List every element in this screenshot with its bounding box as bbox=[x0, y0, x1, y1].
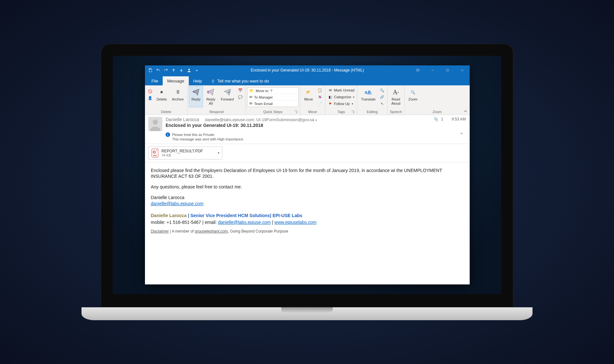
archive-label: Archive bbox=[172, 97, 184, 101]
reply-all-button[interactable]: Reply All bbox=[204, 86, 218, 107]
ignore-button[interactable]: 🚫 bbox=[146, 88, 154, 94]
attachment-chip[interactable]: PDF REPORT_RESULT.PDF 74 KB ▾ bbox=[148, 147, 222, 159]
svg-point-5 bbox=[153, 120, 158, 125]
follow-up-button[interactable]: ⚑Follow Up▾ bbox=[327, 101, 356, 107]
read-aloud-button[interactable]: A» Read Aloud bbox=[389, 86, 403, 107]
find-button[interactable]: 🔍 bbox=[379, 87, 386, 93]
meeting-button[interactable]: 📅 bbox=[237, 87, 244, 93]
window-title: Enclosed in your Generated UI-19: 30.11.… bbox=[251, 68, 364, 72]
translate-button[interactable]: aあ Translate bbox=[359, 86, 378, 107]
related-button[interactable]: 🔗 bbox=[379, 94, 386, 100]
svg-point-4 bbox=[212, 80, 214, 81]
reply-icon bbox=[191, 88, 200, 97]
redo-icon[interactable] bbox=[162, 67, 169, 74]
desktop-wallpaper: Enclosed in your Generated UI-19: 30.11.… bbox=[113, 56, 501, 294]
categorize-button[interactable]: ◧Categorize▾ bbox=[327, 94, 356, 100]
tab-message[interactable]: Message bbox=[163, 76, 189, 85]
qs-team-email[interactable]: ✉Team Email bbox=[247, 101, 298, 107]
dialog-launcher-icon[interactable] bbox=[351, 110, 354, 114]
signature-bold-name: Danielle Larocca bbox=[151, 213, 187, 218]
archive-icon: 🗄 bbox=[173, 88, 182, 97]
related-icon: 🔗 bbox=[380, 95, 385, 100]
minimize-button[interactable] bbox=[425, 65, 440, 75]
folder-move-icon: 📁 bbox=[249, 89, 254, 93]
body-paragraph: Enclosed please find the Employers Decla… bbox=[151, 168, 464, 180]
groupelephant-link[interactable]: groupelephant.com, bbox=[195, 229, 229, 234]
group-move: 📂 Move 📋 N 📄 Move bbox=[300, 85, 325, 115]
down-arrow-icon[interactable] bbox=[178, 67, 185, 74]
group-label-respond: Respond bbox=[189, 110, 244, 115]
collapse-ribbon-icon[interactable] bbox=[463, 109, 468, 113]
body-paragraph: Any questions, please feel free to conta… bbox=[151, 184, 464, 190]
meeting-icon: 📅 bbox=[238, 88, 243, 93]
mail-check-icon: ✉ bbox=[249, 95, 252, 99]
qs-move-to[interactable]: 📁Move to: ? bbox=[247, 88, 298, 94]
delete-button[interactable]: ✖ Delete bbox=[154, 86, 169, 107]
tell-me-search[interactable]: Tell me what you want to do bbox=[206, 79, 273, 85]
move-label: Move bbox=[304, 97, 313, 101]
group-editing: aあ Translate 🔍 🔗 ↖ Editing bbox=[357, 85, 387, 115]
rules-icon: 📋 bbox=[318, 88, 322, 93]
more-respond-button[interactable]: 💬 bbox=[237, 94, 244, 100]
undo-icon[interactable] bbox=[155, 67, 162, 74]
tab-help[interactable]: Help bbox=[189, 76, 206, 85]
archive-button[interactable]: 🗄 Archive bbox=[170, 86, 186, 107]
svg-text:PDF: PDF bbox=[153, 155, 157, 157]
received-time: 9:53 AM bbox=[452, 117, 466, 121]
up-arrow-icon[interactable] bbox=[170, 67, 177, 74]
subject: Enclosed in your Generated UI-19: 30.11.… bbox=[166, 123, 430, 128]
more-icon: 💬 bbox=[238, 95, 243, 100]
dialog-launcher-icon[interactable] bbox=[294, 110, 297, 114]
forward-icon bbox=[223, 88, 232, 97]
junk-icon: 👤 bbox=[148, 96, 152, 101]
maximize-button[interactable] bbox=[440, 65, 455, 75]
disclaimer-link[interactable]: Disclaimer bbox=[151, 229, 169, 234]
signature-website-link[interactable]: www.epiuselabs.com bbox=[274, 220, 317, 225]
group-label-tags: Tags bbox=[327, 110, 356, 115]
rules-button[interactable]: 📋 bbox=[316, 87, 324, 93]
reply-button[interactable]: Reply bbox=[189, 86, 203, 107]
zoom-icon: 🔍 bbox=[408, 88, 417, 97]
select-button[interactable]: ↖ bbox=[379, 101, 386, 107]
expand-header-button[interactable] bbox=[459, 131, 466, 137]
move-button[interactable]: 📂 Move bbox=[302, 86, 316, 107]
close-button[interactable] bbox=[455, 65, 470, 75]
mail-icon: ✉ bbox=[249, 101, 252, 106]
junk-button[interactable]: 👤 bbox=[146, 95, 154, 101]
group-tags: ✉Mark Unread ◧Categorize▾ ⚑Follow Up▾ Ta… bbox=[325, 85, 358, 115]
onenote-icon: N bbox=[318, 95, 322, 100]
save-icon[interactable] bbox=[147, 67, 154, 74]
signature-email-link[interactable]: danielle@labs.epiuse.com bbox=[218, 220, 271, 225]
group-delete: 🚫 👤 ✖ Delete 🗄 Archive bbox=[145, 85, 187, 115]
chevron-down-icon[interactable]: ▾ bbox=[315, 119, 317, 122]
person-icon[interactable] bbox=[186, 67, 193, 74]
onenote-button[interactable]: N bbox=[316, 94, 324, 100]
signature-mobile: mobile: +1 516-851-5467 | email: bbox=[151, 220, 218, 225]
tab-file[interactable]: File bbox=[147, 76, 163, 85]
ribbon-display-options-icon[interactable] bbox=[410, 65, 425, 75]
titlebar: Enclosed in your Generated UI-19: 30.11.… bbox=[145, 65, 470, 75]
group-quick-steps: 📁Move to: ? ✉To Manager ✉Team Email Quic… bbox=[246, 85, 300, 115]
quick-steps-gallery[interactable]: 📁Move to: ? ✉To Manager ✉Team Email bbox=[247, 87, 299, 107]
mark-unread-button[interactable]: ✉Mark Unread bbox=[327, 87, 356, 93]
chevron-down-icon: ▾ bbox=[352, 102, 353, 105]
group-label-editing: Editing bbox=[359, 110, 386, 115]
message-body: Enclosed please find the Employers Decla… bbox=[145, 162, 470, 284]
signature-email-link[interactable]: danielle@labs.epiuse.com bbox=[151, 201, 204, 206]
zoom-button[interactable]: 🔍 Zoom bbox=[406, 86, 420, 107]
attachment-name: REPORT_RESULT.PDF bbox=[161, 149, 203, 153]
paperclip-icon: 📎 bbox=[434, 117, 438, 121]
delete-icon: ✖ bbox=[157, 88, 166, 97]
ignore-icon: 🚫 bbox=[148, 89, 152, 94]
svg-rect-0 bbox=[150, 69, 151, 70]
qs-to-manager[interactable]: ✉To Manager bbox=[247, 94, 298, 101]
privacy-note: Please treat this as Private. bbox=[172, 132, 244, 137]
group-label-move: Move bbox=[302, 110, 324, 115]
recipients: danielle@labs.epiuse.com; UI-19FormSubmi… bbox=[205, 117, 317, 122]
window-controls bbox=[410, 65, 470, 75]
attachment-dropdown-icon[interactable]: ▾ bbox=[213, 151, 219, 155]
envelope-closed-icon: ✉ bbox=[328, 88, 333, 93]
qat-dropdown-icon[interactable] bbox=[193, 67, 200, 74]
forward-button[interactable]: Forward bbox=[218, 86, 236, 107]
actions-button[interactable]: 📄 bbox=[316, 101, 324, 107]
